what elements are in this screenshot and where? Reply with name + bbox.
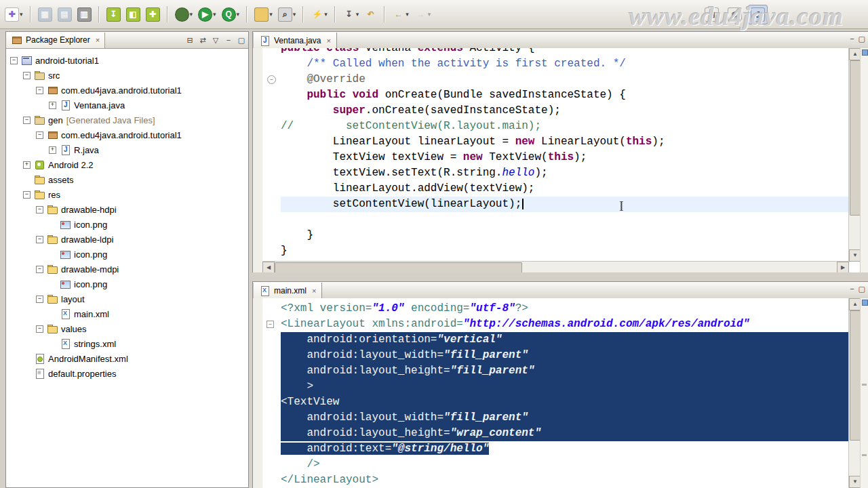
tree-item-ventana-java[interactable]: +Ventana.java: [6, 98, 248, 113]
save-button[interactable]: ▦: [36, 5, 54, 24]
java-vertical-scrollbar[interactable]: ▲ ▼: [848, 48, 861, 262]
fold-collapse-icon[interactable]: −: [267, 75, 276, 84]
link-with-editor-icon[interactable]: ⇄: [197, 36, 209, 45]
tree-item-icon-png[interactable]: icon.png: [6, 247, 248, 262]
android-ddms-button[interactable]: ◧: [124, 5, 142, 24]
forward-button[interactable]: →▾: [412, 6, 433, 23]
expand-icon[interactable]: +: [49, 146, 56, 154]
collapse-icon[interactable]: −: [36, 131, 43, 139]
expand-icon[interactable]: +: [49, 102, 56, 109]
tree-item-label: android-tutorial1: [35, 56, 99, 66]
tab-main-xml[interactable]: main.xml ×: [253, 283, 322, 298]
save-all-button[interactable]: ▤: [56, 5, 74, 24]
minimize-icon[interactable]: −: [850, 35, 854, 43]
xml-vertical-scrollbar[interactable]: ▲ ▼: [848, 298, 861, 488]
scrollbar-thumb[interactable]: [850, 310, 861, 441]
scrollbar-thumb[interactable]: [275, 262, 522, 273]
minimize-icon[interactable]: −: [222, 36, 235, 45]
collapse-icon[interactable]: −: [36, 266, 43, 273]
tree-item-drawable-ldpi[interactable]: −drawable-ldpi: [6, 232, 248, 247]
collapse-icon[interactable]: −: [23, 72, 31, 79]
collapse-icon[interactable]: −: [23, 117, 31, 124]
tree-item-androidmanifest-xml[interactable]: AndroidManifest.xml: [6, 351, 248, 366]
search-dropdown-arrow[interactable]: ▾: [293, 11, 296, 18]
preferences-button[interactable]: ⚙: [725, 5, 745, 24]
external-tools-button[interactable]: ⚡▾: [309, 6, 330, 23]
tree-item-android-2-2[interactable]: +Android 2.2: [6, 157, 248, 172]
code-line: android:layout_height="wrap_content": [281, 426, 849, 441]
tree-item-strings-xml[interactable]: strings.xml: [6, 336, 248, 351]
collapse-icon[interactable]: −: [36, 236, 43, 243]
collapse-icon[interactable]: −: [10, 57, 18, 64]
package-explorer-tree[interactable]: −android-tutorial1−src−com.edu4java.andr…: [6, 49, 248, 488]
tree-item-com-edu4java-android-tutorial1[interactable]: −com.edu4java.android.tutorial1: [6, 83, 248, 98]
java-editor-content[interactable]: public class Ventana extends Activity { …: [262, 48, 849, 262]
editor-sash[interactable]: [252, 272, 868, 281]
minimize-icon[interactable]: −: [850, 285, 854, 293]
tree-item-default-properties[interactable]: default.properties: [6, 366, 248, 381]
tree-item-drawable-mdpi[interactable]: −drawable-mdpi: [6, 262, 248, 277]
tree-item-src[interactable]: −src: [6, 68, 248, 83]
scroll-right-icon[interactable]: ▶: [837, 262, 849, 273]
java-horizontal-scrollbar[interactable]: ◀ ▶: [262, 261, 849, 273]
scroll-left-icon[interactable]: ◀: [262, 262, 275, 273]
java-perspective-button[interactable]: J: [748, 5, 768, 24]
debug-dropdown-arrow[interactable]: ▾: [190, 11, 193, 18]
close-view-icon[interactable]: ×: [96, 36, 100, 44]
back-button[interactable]: ←▾: [390, 6, 411, 23]
maximize-icon[interactable]: ▢: [859, 285, 865, 293]
java-icon: [60, 144, 71, 155]
open-resource-dropdown-arrow[interactable]: ▾: [269, 11, 273, 18]
tree-item-android-tutorial1[interactable]: −android-tutorial1: [6, 53, 248, 68]
package-explorer-view-tab[interactable]: Package Explorer ×: [6, 33, 105, 48]
forward-dropdown-arrow[interactable]: ▾: [428, 11, 431, 18]
tree-item-assets[interactable]: assets: [6, 172, 248, 187]
tree-item-gen[interactable]: −gen[Generated Java Files]: [6, 113, 248, 127]
fold-collapse-icon[interactable]: −: [267, 321, 274, 328]
view-menu-icon[interactable]: ▽: [210, 36, 222, 45]
next-annotation-button[interactable]: ↧▾: [340, 6, 361, 23]
tree-item-layout[interactable]: −layout: [6, 291, 248, 306]
tree-item-icon-png[interactable]: icon.png: [6, 277, 248, 291]
external-tools-dropdown-arrow[interactable]: ▾: [324, 11, 328, 18]
run-history-dropdown-arrow[interactable]: ▾: [237, 11, 240, 18]
xml-editor-content[interactable]: <?xml version="1.0" encoding="utf-8"?><L…: [262, 298, 849, 488]
java-perspective-icon: J: [751, 7, 765, 22]
collapse-icon[interactable]: −: [23, 191, 31, 199]
run-dropdown-arrow[interactable]: ▾: [213, 11, 216, 18]
tree-item-icon-png[interactable]: icon.png: [6, 217, 248, 232]
maximize-icon[interactable]: ▢: [859, 35, 865, 43]
last-edit-location-button[interactable]: ↶: [362, 6, 379, 23]
collapse-all-icon[interactable]: ⊟: [184, 36, 196, 45]
tab-ventana-java[interactable]: Ventana.java ×: [253, 33, 337, 48]
debug-button[interactable]: ▾: [173, 5, 195, 24]
android-sdk-manager-button[interactable]: ↧: [104, 5, 123, 24]
collapse-icon[interactable]: −: [36, 87, 43, 94]
tree-item-com-edu4java-android-tutorial1[interactable]: −com.edu4java.android.tutorial1: [6, 127, 248, 142]
tree-item-res[interactable]: −res: [6, 187, 248, 202]
tree-item-values[interactable]: −values: [6, 321, 248, 336]
run-history-button[interactable]: Q▾: [220, 5, 242, 24]
next-annotation-dropdown-arrow[interactable]: ▾: [356, 11, 359, 18]
run-button[interactable]: ▶▾: [196, 5, 218, 24]
new-wizard-dropdown-arrow[interactable]: ▾: [20, 11, 23, 18]
collapse-icon[interactable]: −: [36, 325, 43, 333]
collapse-icon[interactable]: −: [36, 206, 43, 214]
expand-icon[interactable]: +: [23, 161, 31, 169]
close-tab-icon[interactable]: ×: [312, 287, 316, 295]
scrollbar-thumb[interactable]: [850, 60, 861, 216]
code-line: TextView textView = new TextView(this);: [281, 150, 849, 165]
new-wizard-button[interactable]: ✚▾: [3, 5, 25, 24]
tree-item-drawable-hdpi[interactable]: −drawable-hdpi: [6, 202, 248, 217]
open-perspective-button[interactable]: ⊞: [702, 5, 722, 24]
close-tab-icon[interactable]: ×: [326, 37, 330, 45]
search-button[interactable]: ⌕▾: [276, 5, 298, 24]
back-dropdown-arrow[interactable]: ▾: [406, 11, 409, 18]
print-button[interactable]: ▥: [75, 5, 94, 24]
new-android-project-button[interactable]: ✚: [144, 5, 162, 24]
open-resource-button[interactable]: ▾: [252, 5, 275, 24]
tree-item-main-xml[interactable]: main.xml: [6, 306, 248, 321]
tree-item-r-java[interactable]: +R.java: [6, 142, 248, 157]
collapse-icon[interactable]: −: [36, 296, 43, 303]
maximize-icon[interactable]: ▢: [235, 36, 248, 45]
